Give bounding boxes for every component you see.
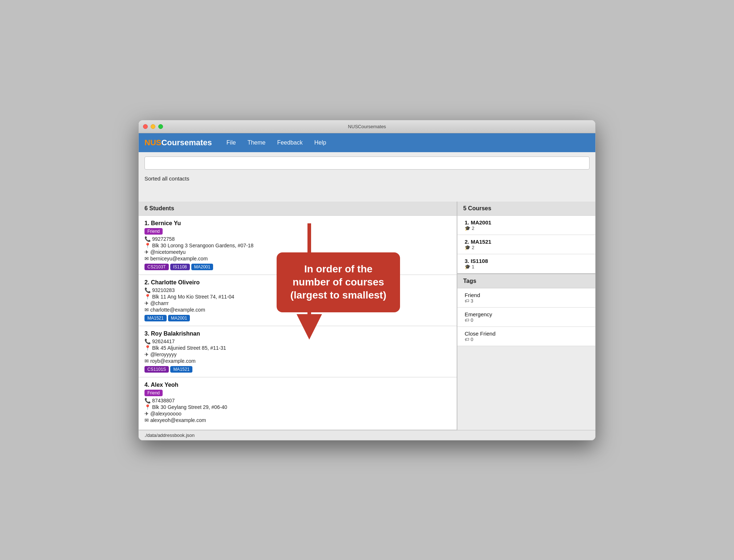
status-message: Sorted all contacts xyxy=(144,175,189,182)
student-1-address: 📍 Blk 30 Lorong 3 Serangoon Gardens, #07… xyxy=(144,243,451,248)
course-2-count: 🎓 2 xyxy=(465,245,588,250)
course-2-name: 2. MA1521 xyxy=(465,239,588,245)
student-4-name: 4. Alex Yeoh xyxy=(144,382,451,388)
student-3-address: 📍 Blk 45 Aljunied Street 85, #11-31 xyxy=(144,345,451,351)
statusbar: ./data/addressbook.json xyxy=(139,430,595,440)
student-2-course-ma2001: MA2001 xyxy=(168,315,190,321)
student-1-email: ✉ berniceyu@example.com xyxy=(144,256,451,261)
student-2-name: 2. Charlotte Oliveiro xyxy=(144,279,451,286)
close-button[interactable] xyxy=(143,124,148,129)
student-3-name: 3. Roy Balakrishnan xyxy=(144,330,451,337)
student-3-email: ✉ royb@example.com xyxy=(144,358,451,364)
student-4-address: 📍 Blk 30 Geylang Street 29, #06-40 xyxy=(144,404,451,410)
right-panel: 5 Courses 1. MA2001 🎓 2 2. MA1521 🎓 2 3.… xyxy=(457,202,595,430)
student-1-telegram: ✈ @nicetomeetyu xyxy=(144,249,451,255)
student-item-2[interactable]: 2. Charlotte Oliveiro 📞 93210283 📍 Blk 1… xyxy=(139,275,457,326)
student-1-index: 1. xyxy=(144,220,151,226)
menu-theme[interactable]: Theme xyxy=(242,137,272,149)
student-1-name: 1. Bernice Yu xyxy=(144,220,451,227)
tags-header: Tags xyxy=(457,274,595,288)
course-item-2[interactable]: 2. MA1521 🎓 2 xyxy=(457,235,595,254)
course-item-1[interactable]: 1. MA2001 🎓 2 xyxy=(457,216,595,235)
student-1-tag-friend: Friend xyxy=(144,228,163,235)
window-controls xyxy=(143,124,163,129)
student-4-phone: 📞 87438807 xyxy=(144,398,451,403)
student-3-phone: 📞 92624417 xyxy=(144,338,451,344)
student-1-course-is1108: IS1108 xyxy=(170,264,190,270)
student-2-index: 2. xyxy=(144,279,151,285)
tag-friend-name: Friend xyxy=(465,292,588,298)
student-2-phone: 📞 93210283 xyxy=(144,287,451,293)
student-1-course-cs2103t: CS2103T xyxy=(144,264,169,270)
tag-item-close-friend[interactable]: Close Friend 🏷 0 xyxy=(457,327,595,346)
main-window: NUSCoursemates NUSCoursemates File Theme… xyxy=(138,120,596,441)
courses-section: 5 Courses 1. MA2001 🎓 2 2. MA1521 🎓 2 3.… xyxy=(457,202,595,274)
student-3-course-cs1101s: CS1101S xyxy=(144,366,169,373)
tag-close-friend-name: Close Friend xyxy=(465,330,588,337)
student-4-telegram: ✈ @alexyooooo xyxy=(144,411,451,417)
tag-emergency-count: 🏷 0 xyxy=(465,317,588,323)
student-2-email: ✉ charlotte@example.com xyxy=(144,307,451,313)
tag-emergency-name: Emergency xyxy=(465,311,588,317)
course-3-name: 3. IS1108 xyxy=(465,258,588,264)
app-name-coursemates: Coursemates xyxy=(161,138,212,147)
student-3-telegram: ✈ @leroyyyyy xyxy=(144,352,451,357)
app-name-nus: NUS xyxy=(144,138,161,147)
status-area: Sorted all contacts xyxy=(139,173,595,202)
search-area xyxy=(139,152,595,173)
menu-file[interactable]: File xyxy=(221,137,242,149)
minimize-button[interactable] xyxy=(151,124,155,129)
student-1-course-ma2001: MA2001 xyxy=(191,264,213,270)
student-2-address: 📍 Blk 11 Ang Mo Kio Street 74, #11-04 xyxy=(144,294,451,300)
student-3-index: 3. xyxy=(144,330,151,337)
tag-close-friend-count: 🏷 0 xyxy=(465,337,588,342)
student-4-index: 4. xyxy=(144,382,151,388)
student-3-course-ma1521: MA1521 xyxy=(170,366,192,373)
course-item-3[interactable]: 3. IS1108 🎓 1 xyxy=(457,254,595,273)
app-logo: NUSCoursemates xyxy=(144,138,212,147)
tag-item-friend[interactable]: Friend 🏷 3 xyxy=(457,288,595,308)
student-1-phone: 📞 99272758 xyxy=(144,236,451,242)
students-list[interactable]: 1. Bernice Yu Friend 📞 99272758 📍 Blk 30… xyxy=(139,216,457,430)
student-item-3[interactable]: 3. Roy Balakrishnan 📞 92624417 📍 Blk 45 … xyxy=(139,326,457,377)
course-3-count: 🎓 1 xyxy=(465,264,588,269)
menu-feedback[interactable]: Feedback xyxy=(271,137,308,149)
menu-help[interactable]: Help xyxy=(309,137,332,149)
student-4-email: ✉ alexyeoh@example.com xyxy=(144,417,451,423)
titlebar: NUSCoursemates xyxy=(139,120,595,133)
student-4-tag-friend: Friend xyxy=(144,390,163,396)
students-panel: 6 Students 1. Bernice Yu Friend 📞 992727… xyxy=(139,202,457,430)
courses-header: 5 Courses xyxy=(457,202,595,216)
maximize-button[interactable] xyxy=(158,124,163,129)
student-item-4[interactable]: 4. Alex Yeoh Friend 📞 87438807 📍 Blk 30 … xyxy=(139,377,457,430)
course-1-name: 1. MA2001 xyxy=(465,219,588,226)
menubar: NUSCoursemates File Theme Feedback Help xyxy=(139,133,595,152)
tag-friend-count: 🏷 3 xyxy=(465,298,588,304)
tag-item-emergency[interactable]: Emergency 🏷 0 xyxy=(457,308,595,327)
course-1-count: 🎓 2 xyxy=(465,226,588,231)
student-2-telegram: ✈ @charrr xyxy=(144,300,451,306)
search-input[interactable] xyxy=(144,157,590,170)
tags-section: Tags Friend 🏷 3 Emergency 🏷 0 Close Frie… xyxy=(457,274,595,346)
statusbar-path: ./data/addressbook.json xyxy=(144,433,195,438)
main-content: 6 Students 1. Bernice Yu Friend 📞 992727… xyxy=(139,202,595,430)
student-item-1[interactable]: 1. Bernice Yu Friend 📞 99272758 📍 Blk 30… xyxy=(139,216,457,275)
students-header: 6 Students xyxy=(139,202,457,216)
window-title: NUSCoursemates xyxy=(348,124,386,129)
student-2-course-ma1521: MA1521 xyxy=(144,315,167,321)
